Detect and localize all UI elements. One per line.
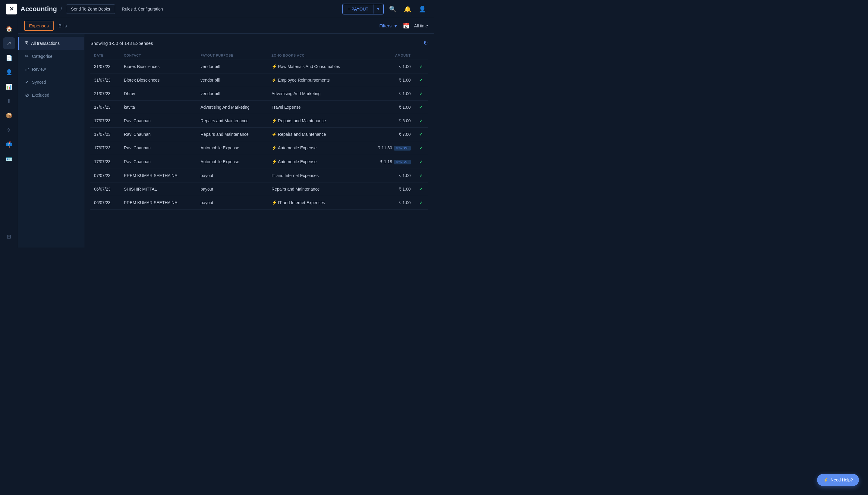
cell-purpose: payout — [197, 182, 268, 196]
calendar-button[interactable]: 📅 — [403, 22, 409, 29]
sidebar-item-categorise[interactable]: ✏ Categorise — [18, 50, 84, 63]
table-row[interactable]: 17/07/23 kavita Advertising And Marketin… — [91, 101, 428, 114]
cell-status: ✔ — [414, 60, 428, 73]
cell-status: ✔ — [414, 73, 428, 87]
cell-date: 17/07/23 — [91, 114, 120, 128]
gst-badge: 18% GST — [394, 160, 410, 165]
col-amount: AMOUNT — [363, 51, 414, 60]
col-status — [414, 51, 428, 60]
cell-amount: ₹ 1.00 — [363, 73, 414, 87]
cell-date: 17/07/23 — [91, 128, 120, 141]
filters-button[interactable]: Filters ▼ — [379, 23, 398, 28]
nav-doc-icon[interactable]: 📄 — [3, 52, 15, 64]
cell-contact: Ravi Chauhan — [120, 141, 197, 155]
top-nav: ✕ Accounting / Send To Zoho Books Rules … — [0, 0, 434, 18]
main-area: ₹ All transactions ✏ Categorise ⇄ Review… — [18, 34, 434, 248]
tab-expenses[interactable]: Expenses — [24, 21, 54, 31]
cell-amount: ₹ 11.8018% GST — [363, 141, 414, 155]
cell-books: ⚡Employee Reimbursements — [268, 73, 363, 87]
cell-amount: ₹ 1.1818% GST — [363, 155, 414, 169]
cell-books: ⚡Repairs and Maintenance — [268, 114, 363, 128]
cell-purpose: payout — [197, 169, 268, 182]
notifications-icon-button[interactable]: 🔔 — [402, 4, 413, 15]
rules-config-button[interactable]: Rules & Configuration — [119, 4, 166, 14]
table-row[interactable]: 07/07/23 PREM KUMAR SEETHA NA payout IT … — [91, 169, 428, 182]
sidebar-label-all-transactions: All transactions — [31, 41, 60, 46]
payout-dropdown-arrow[interactable]: ▼ — [373, 4, 383, 14]
table-row[interactable]: 06/07/23 SHISHIR MITTAL payout Repairs a… — [91, 182, 428, 196]
table-row[interactable]: 17/07/23 Ravi Chauhan Automobile Expense… — [91, 141, 428, 155]
cell-status: ✔ — [414, 169, 428, 182]
cell-date: 31/07/23 — [91, 73, 120, 87]
cell-date: 17/07/23 — [91, 155, 120, 169]
cell-status: ✔ — [414, 87, 428, 101]
table-row[interactable]: 17/07/23 Ravi Chauhan Repairs and Mainte… — [91, 114, 428, 128]
cell-date: 17/07/23 — [91, 141, 120, 155]
col-purpose: PAYOUT PURPOSE — [197, 51, 268, 60]
cell-amount: ₹ 1.00 — [363, 87, 414, 101]
tab-bills[interactable]: Bills — [54, 19, 72, 33]
nav-send-icon[interactable]: ✈ — [3, 124, 15, 136]
nav-box-icon[interactable]: 📦 — [3, 109, 15, 122]
cell-purpose: vendor bill — [197, 60, 268, 73]
cell-purpose: Automobile Expense — [197, 155, 268, 169]
sidebar-item-excluded[interactable]: ⊘ Excluded — [18, 88, 84, 101]
table-header: DATE CONTACT PAYOUT PURPOSE ZOHO BOOKS A… — [91, 51, 428, 60]
cell-books: Advertising And Marketing — [268, 87, 363, 101]
lightning-icon: ⚡ — [272, 118, 277, 123]
synced-checkmark: ✔ — [419, 64, 423, 69]
sidebar-item-review[interactable]: ⇄ Review — [18, 63, 84, 75]
sidebar-item-synced[interactable]: ✔ Synced — [18, 75, 84, 88]
cell-status: ✔ — [414, 101, 428, 114]
nav-card-icon[interactable]: 🪪 — [3, 153, 15, 165]
cell-books: ⚡IT and Internet Expenses — [268, 196, 363, 209]
cell-contact: Biorex Biosciences — [120, 73, 197, 87]
cell-status: ✔ — [414, 128, 428, 141]
synced-checkmark: ✔ — [419, 159, 423, 164]
send-to-zoho-button[interactable]: Send To Zoho Books — [66, 4, 115, 14]
cell-contact: Dhruv — [120, 87, 197, 101]
app-layout: 🏠 ↗ 📄 👤 📊 ⬇ 📦 ✈ 📫 🪪 ⊞ Expenses Bills Fil… — [0, 18, 434, 248]
lightning-icon: ⚡ — [272, 200, 277, 205]
search-icon-button[interactable]: 🔍 — [387, 4, 398, 15]
cell-purpose: payout — [197, 196, 268, 209]
table-header-row: Showing 1-50 of 143 Expenses ↻ — [91, 40, 428, 46]
synced-checkmark: ✔ — [419, 105, 423, 109]
refresh-button[interactable]: ↻ — [423, 40, 428, 46]
tabs-bar: Expenses Bills Filters ▼ 📅 All time — [18, 18, 434, 34]
sidebar-item-all-transactions[interactable]: ₹ All transactions — [18, 37, 84, 50]
table-area: Showing 1-50 of 143 Expenses ↻ DATE CONT… — [84, 34, 434, 248]
profile-icon-button[interactable]: 👤 — [417, 4, 428, 15]
table-row[interactable]: 17/07/23 Ravi Chauhan Repairs and Mainte… — [91, 128, 428, 141]
cell-date: 21/07/23 — [91, 87, 120, 101]
nav-package-icon[interactable]: 📫 — [3, 138, 15, 151]
check-icon: ✔ — [25, 79, 29, 85]
nav-home-icon[interactable]: 🏠 — [3, 23, 15, 35]
tabs-right: Filters ▼ 📅 All time — [379, 22, 428, 29]
cell-status: ✔ — [414, 155, 428, 169]
nav-grid-icon[interactable]: ⊞ — [3, 231, 15, 243]
cell-purpose: Repairs and Maintenance — [197, 114, 268, 128]
cell-date: 07/07/23 — [91, 169, 120, 182]
table-row[interactable]: 31/07/23 Biorex Biosciences vendor bill … — [91, 60, 428, 73]
cell-amount: ₹ 7.00 — [363, 128, 414, 141]
nav-report-icon[interactable]: 📊 — [3, 81, 15, 93]
payout-main-button[interactable]: + PAYOUT — [343, 4, 373, 14]
time-range-label: All time — [414, 23, 428, 28]
cell-purpose: vendor bill — [197, 73, 268, 87]
icon-nav: 🏠 ↗ 📄 👤 📊 ⬇ 📦 ✈ 📫 🪪 ⊞ — [0, 18, 18, 248]
table-row[interactable]: 06/07/23 PREM KUMAR SEETHA NA payout ⚡IT… — [91, 196, 428, 209]
logo-icon[interactable]: ✕ — [6, 4, 17, 15]
cell-contact: Biorex Biosciences — [120, 60, 197, 73]
nav-download-icon[interactable]: ⬇ — [3, 95, 15, 107]
nav-arrow-icon[interactable]: ↗ — [3, 37, 15, 49]
app-title: Accounting — [20, 5, 57, 13]
sidebar-label-categorise: Categorise — [32, 54, 52, 59]
table-row[interactable]: 21/07/23 Dhruv vendor bill Advertising A… — [91, 87, 428, 101]
arrows-icon: ⇄ — [25, 66, 29, 72]
cell-books: ⚡Automobile Expense — [268, 141, 363, 155]
cell-amount: ₹ 1.00 — [363, 101, 414, 114]
table-row[interactable]: 17/07/23 Ravi Chauhan Automobile Expense… — [91, 155, 428, 169]
nav-people-icon[interactable]: 👤 — [3, 66, 15, 78]
table-row[interactable]: 31/07/23 Biorex Biosciences vendor bill … — [91, 73, 428, 87]
